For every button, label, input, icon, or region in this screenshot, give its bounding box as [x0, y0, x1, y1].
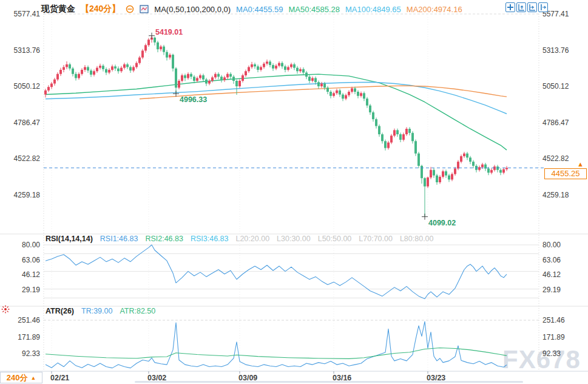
- timeframe-selector-label: 240分: [7, 372, 28, 383]
- ma100-value: MA100:4849.65: [345, 5, 401, 14]
- price-axis-label: 4522.82: [2, 154, 40, 163]
- rsi3-value: RSI3:46.83: [191, 235, 229, 243]
- atr-axis-label: 171.89: [542, 333, 565, 341]
- last-price-tag: 4455.25: [544, 168, 587, 179]
- price-axis-label: 4786.47: [2, 118, 40, 127]
- chart-toolbar: [505, 2, 548, 12]
- ma-params-label: MA(0,50,100,200,0,0): [154, 5, 231, 14]
- rsi-axis-label: 63.06: [2, 256, 40, 264]
- rsi-l20-label: L20:20.00: [235, 235, 269, 243]
- price-axis-label: 4522.82: [542, 154, 569, 163]
- y-axis-scale-icon[interactable]: [516, 2, 526, 12]
- atr-panel-header: ATR(26) TR:39.00 ATR:82.50: [46, 307, 155, 315]
- move-icon[interactable]: [505, 2, 515, 12]
- rsi-panel-header: RSI(14,14,14) RSI1:46.83 RSI2:46.83 RSI3…: [46, 235, 434, 243]
- rsi-l80-label: L80:80.00: [400, 235, 434, 243]
- rsi-axis-label: 46.12: [542, 270, 561, 279]
- minus-circle-icon[interactable]: [126, 5, 134, 13]
- indicator-chart-icon[interactable]: [140, 5, 149, 13]
- instrument-title: 现货黄金: [41, 4, 75, 15]
- timeframe-selector[interactable]: 240分 ▲: [0, 372, 42, 383]
- chart-header: 现货黄金 【240分】 MA(0,50,100,200,0,0) MA0:445…: [41, 3, 462, 15]
- timeframe-label: 【240分】: [81, 4, 120, 15]
- rsi-axis-label: 46.12: [2, 270, 40, 279]
- tr-value: TR:39.00: [81, 307, 112, 315]
- atr-axis-label: 92.33: [542, 349, 561, 358]
- rsi-axis-label: 63.06: [542, 256, 561, 264]
- price-axis-label: 4786.47: [542, 118, 569, 127]
- price-axis-label: 5050.12: [2, 82, 40, 91]
- price-axis-label: 4259.18: [2, 191, 40, 199]
- atr-axis-label: 251.46: [2, 316, 40, 324]
- rsi-axis-label: 80.00: [542, 241, 561, 249]
- rsi-axis-label: 80.00: [2, 241, 40, 249]
- ma200-value: MA200:4974.16: [407, 5, 462, 14]
- atr-label: ATR(26): [46, 307, 74, 315]
- price-axis-label: 5577.41: [2, 10, 40, 18]
- atr-axis-label: 171.89: [2, 333, 40, 341]
- rsi-axis-label: 29.19: [542, 286, 561, 294]
- price-annotation: 4099.02: [428, 219, 456, 227]
- price-axis-label: 5313.76: [2, 46, 40, 55]
- ma0-value: MA0:4455.59: [236, 5, 283, 14]
- rsi-axis-label: 29.19: [2, 286, 40, 294]
- sun-settings-icon[interactable]: [1, 305, 10, 316]
- rsi-l50-label: L50:50.00: [318, 235, 352, 243]
- price-annotation: 5419.01: [155, 28, 183, 36]
- atr-value: ATR:82.50: [120, 307, 155, 315]
- x-axis-date-label: 02/21: [50, 374, 69, 382]
- rsi1-value: RSI1:46.83: [100, 235, 138, 243]
- chart-canvas[interactable]: [0, 0, 588, 384]
- rsi-l70-label: L70:70.00: [359, 235, 393, 243]
- horizontal-scrollbar[interactable]: [135, 381, 523, 383]
- rsi-l30-label: L30:30.00: [277, 235, 311, 243]
- rsi2-value: RSI2:46.83: [145, 235, 183, 243]
- chart-application: 现货黄金 【240分】 MA(0,50,100,200,0,0) MA0:445…: [0, 0, 588, 384]
- ma50-value: MA50:4585.28: [288, 5, 340, 14]
- rsi-label: RSI(14,14,14): [46, 235, 93, 243]
- price-annotation: 4996.33: [180, 95, 207, 104]
- price-axis-label: 5050.12: [542, 82, 569, 91]
- atr-axis-label: 92.33: [2, 349, 40, 358]
- go-to-latest-icon[interactable]: [538, 2, 548, 12]
- x-axis-scale-icon[interactable]: [527, 2, 537, 12]
- atr-axis-label: 251.46: [542, 316, 565, 324]
- price-axis-label: 5313.76: [542, 46, 569, 55]
- caret-up-icon: ▲: [30, 375, 36, 381]
- price-up-arrow-icon: ▲: [577, 160, 584, 168]
- price-axis-label: 4259.18: [542, 191, 569, 199]
